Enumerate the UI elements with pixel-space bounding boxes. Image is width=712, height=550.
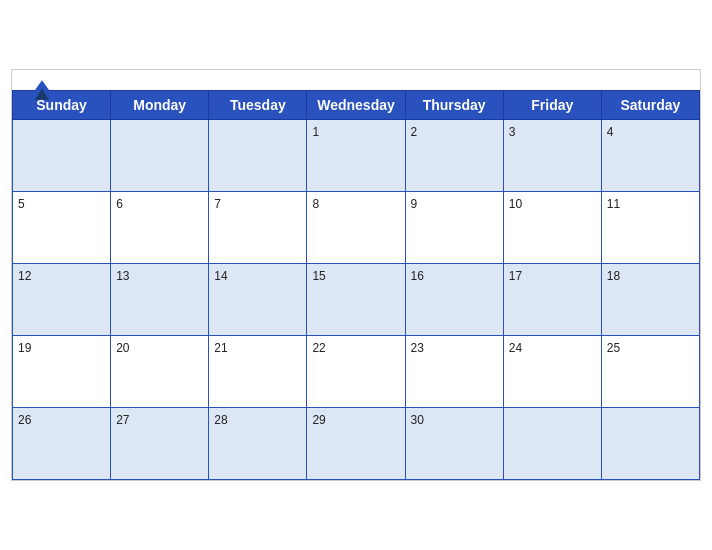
calendar-cell — [111, 120, 209, 192]
calendar-cell: 20 — [111, 336, 209, 408]
calendar-header — [12, 70, 700, 90]
calendar-cell — [209, 120, 307, 192]
week-row-4: 19202122232425 — [13, 336, 700, 408]
day-number: 19 — [18, 341, 31, 355]
calendar-cell: 10 — [503, 192, 601, 264]
day-number: 30 — [411, 413, 424, 427]
day-number: 29 — [312, 413, 325, 427]
calendar-cell: 29 — [307, 408, 405, 480]
calendar-cell: 13 — [111, 264, 209, 336]
day-number: 27 — [116, 413, 129, 427]
calendar-cell: 21 — [209, 336, 307, 408]
day-number: 15 — [312, 269, 325, 283]
days-header-row: SundayMondayTuesdayWednesdayThursdayFrid… — [13, 91, 700, 120]
day-number: 28 — [214, 413, 227, 427]
calendar-cell: 9 — [405, 192, 503, 264]
calendar-cell — [503, 408, 601, 480]
day-number: 21 — [214, 341, 227, 355]
day-number: 18 — [607, 269, 620, 283]
calendar-cell: 2 — [405, 120, 503, 192]
calendar-cell — [13, 120, 111, 192]
logo-icon — [28, 80, 56, 100]
day-header-wednesday: Wednesday — [307, 91, 405, 120]
day-header-tuesday: Tuesday — [209, 91, 307, 120]
day-header-monday: Monday — [111, 91, 209, 120]
week-row-2: 567891011 — [13, 192, 700, 264]
calendar: SundayMondayTuesdayWednesdayThursdayFrid… — [11, 69, 701, 481]
day-number: 4 — [607, 125, 614, 139]
calendar-cell: 12 — [13, 264, 111, 336]
week-row-5: 2627282930 — [13, 408, 700, 480]
week-row-1: 1234 — [13, 120, 700, 192]
day-number: 14 — [214, 269, 227, 283]
day-number: 1 — [312, 125, 319, 139]
calendar-cell: 22 — [307, 336, 405, 408]
calendar-cell: 27 — [111, 408, 209, 480]
calendar-cell: 6 — [111, 192, 209, 264]
calendar-cell: 3 — [503, 120, 601, 192]
day-number: 6 — [116, 197, 123, 211]
calendar-cell: 4 — [601, 120, 699, 192]
day-number: 20 — [116, 341, 129, 355]
day-number: 22 — [312, 341, 325, 355]
day-number: 2 — [411, 125, 418, 139]
calendar-cell: 8 — [307, 192, 405, 264]
calendar-cell: 18 — [601, 264, 699, 336]
week-row-3: 12131415161718 — [13, 264, 700, 336]
day-number: 26 — [18, 413, 31, 427]
day-number: 3 — [509, 125, 516, 139]
calendar-cell: 14 — [209, 264, 307, 336]
calendar-cell: 11 — [601, 192, 699, 264]
calendar-cell: 28 — [209, 408, 307, 480]
calendar-cell: 25 — [601, 336, 699, 408]
day-number: 5 — [18, 197, 25, 211]
logo-area — [28, 80, 56, 102]
calendar-cell: 24 — [503, 336, 601, 408]
calendar-cell: 16 — [405, 264, 503, 336]
day-number: 7 — [214, 197, 221, 211]
calendar-cell: 30 — [405, 408, 503, 480]
day-header-friday: Friday — [503, 91, 601, 120]
calendar-cell — [601, 408, 699, 480]
day-number: 25 — [607, 341, 620, 355]
calendar-cell: 5 — [13, 192, 111, 264]
calendar-cell: 15 — [307, 264, 405, 336]
calendar-cell: 19 — [13, 336, 111, 408]
calendar-cell: 23 — [405, 336, 503, 408]
day-number: 8 — [312, 197, 319, 211]
day-number: 17 — [509, 269, 522, 283]
day-number: 10 — [509, 197, 522, 211]
calendar-cell: 7 — [209, 192, 307, 264]
day-number: 23 — [411, 341, 424, 355]
day-number: 16 — [411, 269, 424, 283]
calendar-cell: 1 — [307, 120, 405, 192]
day-number: 13 — [116, 269, 129, 283]
calendar-cell: 17 — [503, 264, 601, 336]
calendar-cell: 26 — [13, 408, 111, 480]
day-header-thursday: Thursday — [405, 91, 503, 120]
day-number: 24 — [509, 341, 522, 355]
calendar-table: SundayMondayTuesdayWednesdayThursdayFrid… — [12, 90, 700, 480]
day-number: 12 — [18, 269, 31, 283]
day-header-saturday: Saturday — [601, 91, 699, 120]
day-number: 9 — [411, 197, 418, 211]
day-number: 11 — [607, 197, 620, 211]
